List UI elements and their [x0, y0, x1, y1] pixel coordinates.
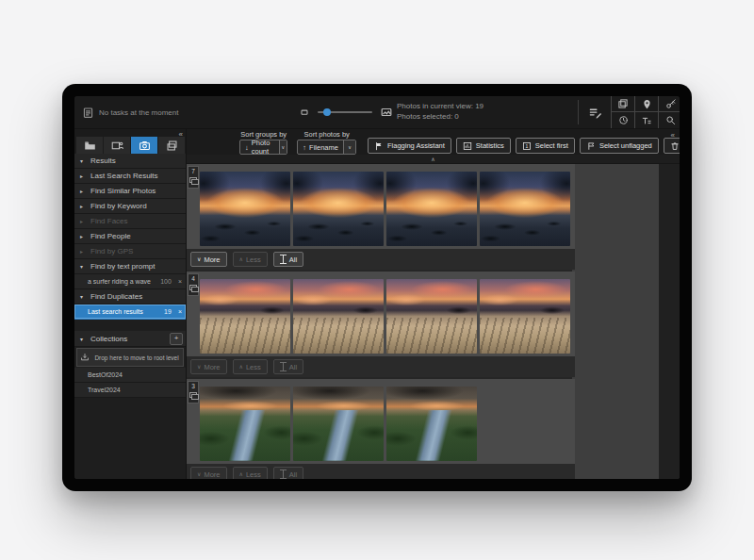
collection-item-travel2024[interactable]: Travel2024 — [74, 383, 186, 398]
photo-thumbnail[interactable] — [293, 279, 384, 354]
show-more-button[interactable]: ∨ More — [190, 467, 227, 479]
item-label: Find by text prompt — [90, 262, 155, 271]
sidebar-item-find-similar-photos[interactable]: ▸ Find Similar Photos — [74, 184, 186, 199]
expand-arrow-icon: ▸ — [80, 248, 87, 255]
toolbar-icon-grid — [611, 96, 680, 128]
groups-scroll-region[interactable]: 7 ∨ More — [187, 164, 575, 479]
tab-folders[interactable] — [76, 137, 103, 154]
photo-thumbnail[interactable] — [480, 172, 570, 246]
sidebar-item-text-prompt-result[interactable]: a surfer riding a wave 100 × — [74, 274, 186, 289]
button-label: More — [204, 363, 220, 371]
expand-arrow-icon: ▾ — [80, 336, 87, 342]
sidebar-item-last-search-results[interactable]: ▸ Last Search Results — [74, 169, 186, 184]
tab-photos[interactable] — [131, 137, 157, 154]
flag-icon — [374, 141, 384, 151]
content-toolbar: Sort groups by ↓ Photo count ∨ Sort phot… — [187, 129, 680, 155]
thumbnail-size-slider[interactable] — [318, 111, 372, 113]
close-icon[interactable]: × — [175, 278, 186, 285]
photo-thumbnail[interactable] — [293, 387, 384, 461]
item-label: Find Duplicates — [90, 292, 142, 301]
duplicates-button[interactable] — [612, 96, 635, 112]
close-icon[interactable]: × — [175, 308, 186, 315]
location-pin-icon — [642, 99, 652, 109]
chevron-up-icon: ∧ — [239, 256, 243, 262]
trash-icon — [670, 141, 680, 151]
show-less-button[interactable]: ∧ Less — [233, 359, 268, 374]
collapse-groups-bar[interactable]: ∧ — [187, 155, 680, 164]
photo-thumbnail[interactable] — [480, 279, 570, 354]
show-less-button[interactable]: ∧ Less — [233, 467, 268, 479]
sort-photos-select[interactable]: ↑ Filename ∨ — [297, 140, 356, 155]
sidebar-item-find-duplicates[interactable]: ▾ Find Duplicates — [74, 289, 186, 305]
show-less-button[interactable]: ∧ Less — [233, 252, 268, 267]
chevron-down-icon: ∨ — [197, 471, 201, 477]
sidebar-section-results[interactable]: ▾ Results — [74, 154, 186, 169]
button-label: Less — [246, 363, 261, 371]
camera-icon — [139, 140, 151, 152]
show-more-button[interactable]: ∨ More — [190, 359, 227, 374]
drop-download-icon — [80, 353, 90, 362]
sidebar-gap — [74, 320, 186, 331]
sidebar-item-find-by-text-prompt[interactable]: ▾ Find by text prompt — [74, 259, 186, 274]
sidebar-item-find-faces[interactable]: ▸ Find Faces — [74, 214, 186, 229]
search-button[interactable] — [659, 112, 680, 128]
group-photo-count: 4 — [191, 275, 195, 283]
tab-collections[interactable] — [158, 137, 185, 154]
group-badge: 3 — [188, 381, 199, 404]
button-label: All — [289, 363, 297, 371]
sidebar-tabs — [76, 137, 186, 154]
collapsed-right-panel — [659, 164, 680, 479]
keyword-button[interactable] — [659, 96, 680, 112]
chevron-up-icon[interactable]: ∧ — [431, 156, 434, 162]
large-image-icon — [380, 106, 393, 119]
photo-thumbnail[interactable] — [200, 279, 290, 354]
tab-faces[interactable] — [104, 137, 130, 154]
chevron-down-icon[interactable]: ∨ — [279, 140, 287, 154]
delete-button[interactable]: Delete — [664, 138, 680, 154]
photo-thumbnail[interactable] — [200, 387, 290, 461]
gps-button[interactable] — [635, 96, 659, 112]
group-controls: ∨ More ∧ Less All — [187, 249, 575, 270]
show-all-button[interactable]: All — [273, 467, 303, 479]
select-first-icon: 1 — [522, 141, 532, 151]
select-first-button[interactable]: 1 Select first — [516, 138, 575, 154]
chevron-down-icon[interactable]: ∨ — [343, 140, 355, 154]
item-label: a surfer riding a wave — [88, 278, 151, 285]
show-more-button[interactable]: ∨ More — [190, 252, 227, 267]
expand-all-icon — [280, 362, 287, 371]
stack-icon — [189, 392, 197, 398]
flagging-assistant-button[interactable]: Flagging Assistant — [368, 138, 451, 154]
photo-thumbnail[interactable] — [200, 172, 290, 246]
collection-item-bestof2024[interactable]: BestOf2024 — [74, 368, 186, 383]
chevron-down-icon: ∨ — [197, 364, 201, 370]
sidebar-item-duplicates-result[interactable]: Last search results 19 × — [74, 305, 186, 320]
photo-thumbnail[interactable] — [386, 387, 477, 461]
sidebar-item-find-by-gps[interactable]: ▸ Find by GPS — [74, 244, 186, 259]
photo-thumbnail[interactable] — [293, 172, 384, 246]
photo-thumbnail[interactable] — [386, 172, 477, 246]
select-unflagged-button[interactable]: Select unflagged — [580, 138, 659, 154]
sort-direction-icon: ↑ — [303, 143, 306, 152]
sidebar-item-find-people[interactable]: ▸ Find People — [74, 229, 186, 244]
item-label: Find People — [90, 232, 131, 240]
sidebar-item-find-by-keyword[interactable]: ▸ Find by Keyword — [74, 199, 186, 214]
slider-handle[interactable] — [323, 108, 331, 116]
drop-hint-text: Drop here to move to root level — [93, 354, 180, 361]
sort-groups-control: Sort groups by ↓ Photo count ∨ — [239, 130, 287, 155]
statistics-button[interactable]: Statistics — [456, 138, 511, 154]
item-label: Last Search Results — [90, 172, 158, 180]
edit-keywords-button[interactable] — [582, 100, 608, 124]
expand-arrow-icon: ▸ — [80, 218, 87, 224]
show-all-button[interactable]: All — [273, 252, 303, 267]
text-search-button[interactable] — [635, 112, 659, 128]
expand-arrow-icon: ▸ — [80, 203, 87, 209]
right-panel-collapse-button[interactable]: « — [671, 132, 675, 140]
add-collection-button[interactable]: + — [170, 333, 183, 345]
sort-groups-select[interactable]: ↓ Photo count ∨ — [239, 140, 287, 155]
photo-thumbnail[interactable] — [386, 279, 477, 354]
sidebar-section-collections[interactable]: ▾ Collections + — [74, 331, 186, 347]
collections-drop-target[interactable]: Drop here to move to root level — [76, 348, 184, 367]
show-all-button[interactable]: All — [273, 359, 303, 374]
flag-outline-icon — [586, 141, 596, 151]
history-button[interactable] — [612, 112, 635, 128]
